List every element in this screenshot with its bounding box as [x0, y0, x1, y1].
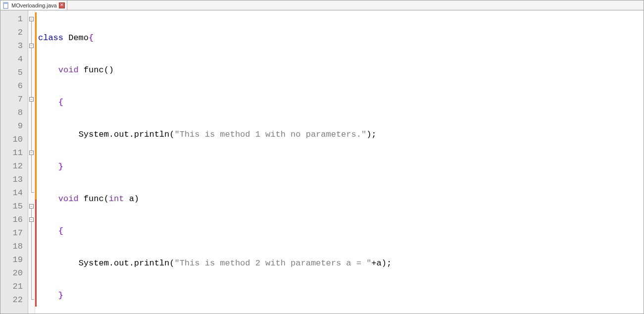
change-marker — [35, 12, 37, 200]
line-number[interactable]: 16 — [0, 213, 28, 226]
line-number[interactable]: 19 — [0, 253, 28, 266]
code-line[interactable]: void func() — [37, 63, 644, 77]
line-number[interactable]: 15 — [0, 200, 28, 213]
line-number[interactable]: 11 — [0, 146, 28, 159]
file-tab[interactable]: MOverloading.java ✕ — [0, 0, 67, 10]
code-line[interactable]: class Demo{ — [37, 31, 644, 45]
fold-toggle-icon[interactable]: − — [29, 217, 34, 222]
line-number[interactable]: 1 — [0, 12, 28, 26]
editor-window: MOverloading.java ✕ 1 2 3 4 5 6 7 8 9 10… — [0, 0, 644, 314]
change-marker — [35, 200, 37, 307]
fold-toggle-icon[interactable]: − — [29, 204, 34, 209]
line-number[interactable]: 4 — [0, 52, 28, 66]
line-number[interactable]: 3 — [0, 39, 28, 52]
line-number[interactable]: 2 — [0, 26, 28, 39]
code-line[interactable]: { — [37, 224, 644, 238]
line-number[interactable]: 18 — [0, 240, 28, 253]
line-number[interactable]: 5 — [0, 66, 28, 79]
code-editor[interactable]: class Demo{ void func() { System.out.pri… — [37, 10, 644, 314]
fold-end-icon — [31, 192, 34, 193]
fold-toggle-icon[interactable]: − — [29, 97, 34, 102]
fold-toggle-icon[interactable]: − — [29, 151, 34, 155]
fold-column: − − − − − − — [28, 10, 35, 314]
line-number[interactable]: 9 — [0, 119, 28, 133]
code-line[interactable]: System.out.println("This is method 1 wit… — [37, 128, 644, 141]
fold-end-icon — [31, 299, 34, 300]
line-number[interactable]: 7 — [0, 93, 28, 106]
line-number[interactable]: 10 — [0, 133, 28, 146]
code-line[interactable]: { — [37, 96, 644, 109]
line-number[interactable]: 6 — [0, 79, 28, 93]
line-number[interactable]: 17 — [0, 226, 28, 240]
line-number[interactable]: 13 — [0, 173, 28, 186]
file-icon — [2, 2, 9, 9]
line-number[interactable]: 20 — [0, 266, 28, 280]
code-line[interactable]: System.out.println("This is method 2 wit… — [37, 257, 644, 270]
fold-toggle-icon[interactable]: − — [29, 17, 34, 21]
line-number[interactable]: 22 — [0, 293, 28, 307]
close-icon[interactable]: ✕ — [59, 2, 65, 8]
tab-bar: MOverloading.java ✕ — [0, 0, 644, 10]
fold-toggle-icon[interactable]: − — [29, 44, 34, 48]
tab-filename: MOverloading.java — [11, 2, 57, 8]
code-line[interactable]: } — [37, 289, 644, 302]
line-number[interactable]: 12 — [0, 159, 28, 173]
code-area: 1 2 3 4 5 6 7 8 9 10 11 12 13 14 15 16 1… — [0, 10, 644, 314]
line-number-gutter: 1 2 3 4 5 6 7 8 9 10 11 12 13 14 15 16 1… — [0, 10, 28, 314]
line-number[interactable]: 21 — [0, 280, 28, 293]
line-number[interactable]: 14 — [0, 186, 28, 200]
fold-guide — [31, 209, 32, 299]
code-line[interactable]: void func(int a) — [37, 192, 644, 206]
code-line[interactable]: } — [37, 160, 644, 173]
line-number[interactable]: 8 — [0, 106, 28, 119]
svg-rect-1 — [3, 2, 8, 4]
